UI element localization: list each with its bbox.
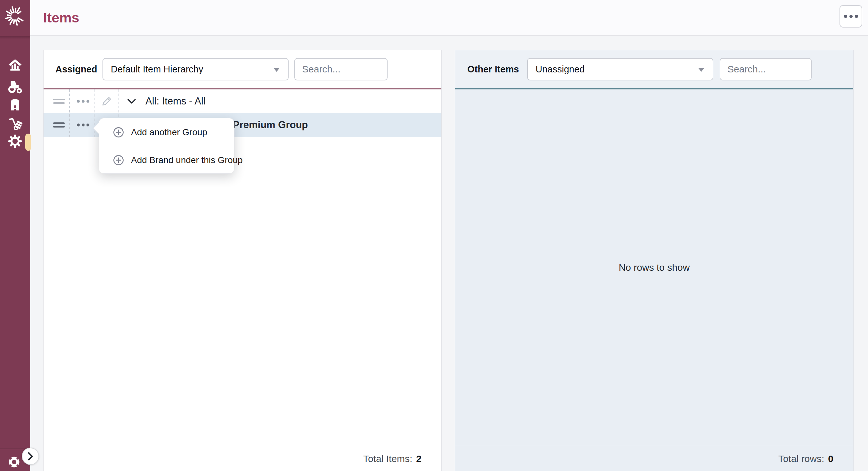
chevron-down-icon bbox=[127, 98, 136, 104]
assigned-footer: Total Items: 2 bbox=[43, 446, 441, 471]
menu-item-label: Add another Group bbox=[131, 127, 207, 138]
assigned-search-input[interactable] bbox=[294, 58, 388, 81]
assignment-select[interactable]: Unassigned bbox=[527, 58, 713, 81]
drag-handle-icon[interactable] bbox=[53, 122, 65, 127]
tractor-icon bbox=[8, 79, 23, 94]
edit-row-button[interactable] bbox=[101, 95, 113, 107]
hand-truck-icon bbox=[8, 115, 23, 130]
assigned-panel-header: Assigned Default Item Hierarchy bbox=[43, 50, 441, 89]
life-buoy-icon bbox=[7, 455, 21, 469]
plus-circle-icon bbox=[113, 155, 124, 166]
hierarchy-select[interactable]: Default Item Hierarchy bbox=[102, 58, 288, 81]
ellipsis-icon bbox=[77, 100, 80, 102]
tree-row-label: Premium Group bbox=[233, 119, 308, 131]
hierarchy-select-value: Default Item Hierarchy bbox=[111, 64, 204, 75]
caret-down-icon bbox=[698, 68, 704, 72]
menu-item-add-another-group[interactable]: Add another Group bbox=[99, 118, 234, 146]
other-items-footer: Total rows: 0 bbox=[455, 446, 853, 471]
pencil-icon bbox=[101, 95, 113, 107]
row-context-menu: Add another Group Add Brand under this G… bbox=[99, 118, 235, 174]
plus-circle-icon bbox=[113, 127, 124, 138]
total-rows-label: Total rows: bbox=[778, 453, 824, 464]
other-items-panel-header: Other Items Unassigned bbox=[455, 50, 853, 89]
other-items-panel: Other Items Unassigned No rows to show T… bbox=[455, 50, 854, 471]
total-items-value: 2 bbox=[416, 453, 422, 464]
assigned-label: Assigned bbox=[55, 50, 97, 88]
total-items-label: Total Items: bbox=[363, 453, 412, 464]
row-menu-button[interactable] bbox=[77, 124, 89, 126]
sidebar-expand-button[interactable] bbox=[22, 448, 39, 465]
menu-item-label: Add Brand under this Group bbox=[131, 155, 243, 165]
ellipsis-icon bbox=[844, 15, 847, 18]
ellipsis-icon bbox=[77, 124, 80, 126]
row-menu-button[interactable] bbox=[77, 100, 89, 102]
assignment-select-value: Unassigned bbox=[535, 64, 585, 75]
column-separator bbox=[69, 89, 70, 137]
header-shadow bbox=[0, 36, 30, 39]
help-button[interactable] bbox=[7, 455, 21, 469]
caret-down-icon bbox=[274, 68, 280, 72]
silo-icon bbox=[8, 98, 22, 112]
tree-row-label: All: Items - All bbox=[146, 95, 206, 107]
active-nav-indicator bbox=[25, 134, 31, 151]
settings-gear-icon bbox=[8, 134, 22, 148]
assigned-panel: Assigned Default Item Hierarchy bbox=[43, 50, 442, 471]
home-icon bbox=[8, 58, 22, 72]
app-root: Items Assigned Default Item Hierarchy bbox=[0, 0, 868, 471]
column-separator bbox=[94, 89, 94, 137]
more-options-button[interactable] bbox=[839, 5, 862, 28]
tree-row-all-items[interactable]: All: Items - All bbox=[43, 89, 441, 113]
sidebar-item-orders[interactable] bbox=[0, 113, 30, 132]
sidebar-item-equipment[interactable] bbox=[0, 77, 30, 96]
sidebar bbox=[0, 0, 30, 471]
menu-item-add-brand[interactable]: Add Brand under this Group bbox=[99, 146, 234, 174]
sidebar-item-home[interactable] bbox=[0, 56, 30, 75]
sidebar-item-storage[interactable] bbox=[0, 95, 30, 114]
starburst-logo-icon bbox=[3, 4, 27, 28]
drag-handle-icon[interactable] bbox=[53, 99, 65, 104]
page-title: Items bbox=[43, 0, 79, 35]
chevron-right-icon bbox=[27, 452, 34, 461]
other-items-label: Other Items bbox=[467, 50, 519, 88]
other-items-search-input[interactable] bbox=[720, 58, 812, 81]
total-rows-value: 0 bbox=[828, 453, 833, 464]
collapse-row-button[interactable] bbox=[127, 98, 136, 104]
top-header: Items bbox=[30, 0, 868, 36]
empty-state-message: No rows to show bbox=[455, 89, 853, 446]
